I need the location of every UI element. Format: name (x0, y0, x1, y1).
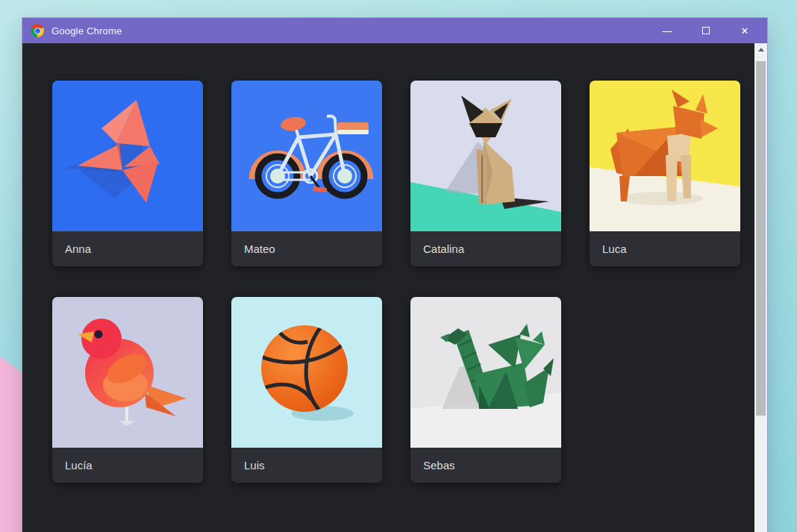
profile-picker-content: Anna (22, 43, 767, 532)
profile-grid: Anna (22, 43, 754, 532)
window-controls: — ✕ (648, 18, 767, 43)
window-titlebar[interactable]: Google Chrome — ✕ (22, 18, 767, 43)
window-title: Google Chrome (51, 25, 122, 37)
origami-dragon-image (410, 297, 561, 448)
close-button[interactable]: ✕ (725, 18, 764, 43)
profile-name: Catalina (410, 231, 561, 266)
scrollbar[interactable] (754, 43, 767, 532)
profile-name: Anna (52, 231, 203, 266)
chrome-profile-picker-window: Google Chrome — ✕ (22, 18, 767, 532)
arrow-up-icon (758, 48, 764, 51)
profile-card-sebas[interactable]: Sebas (410, 297, 561, 483)
profile-name: Luca (590, 231, 740, 266)
basketball-image (231, 297, 382, 448)
profile-name: Mateo (231, 231, 382, 266)
profile-card-catalina[interactable]: Catalina (410, 81, 561, 266)
desktop: Google Chrome — ✕ (0, 0, 797, 532)
profile-card-anna[interactable]: Anna (52, 81, 203, 266)
profile-card-luis[interactable]: Luis (231, 297, 382, 483)
maximize-button[interactable] (687, 18, 725, 43)
scroll-up-button[interactable] (754, 43, 767, 56)
profile-name: Luis (231, 448, 382, 483)
minimize-icon: — (663, 25, 672, 37)
profile-card-lucia[interactable]: Lucía (52, 297, 203, 483)
origami-butterfly-image (52, 81, 203, 231)
bicycle-image (231, 81, 382, 231)
profile-name: Lucía (52, 448, 203, 483)
origami-fox-image (590, 81, 740, 231)
maximize-icon (702, 27, 710, 34)
origami-cat-image (410, 81, 561, 231)
close-icon: ✕ (741, 25, 749, 37)
bird-image (52, 297, 203, 448)
profile-card-mateo[interactable]: Mateo (231, 81, 382, 266)
minimize-button[interactable]: — (648, 18, 687, 43)
profile-card-luca[interactable]: Luca (590, 81, 740, 266)
scrollbar-thumb[interactable] (756, 61, 766, 416)
chrome-logo-icon (31, 24, 44, 37)
profile-name: Sebas (410, 448, 561, 483)
